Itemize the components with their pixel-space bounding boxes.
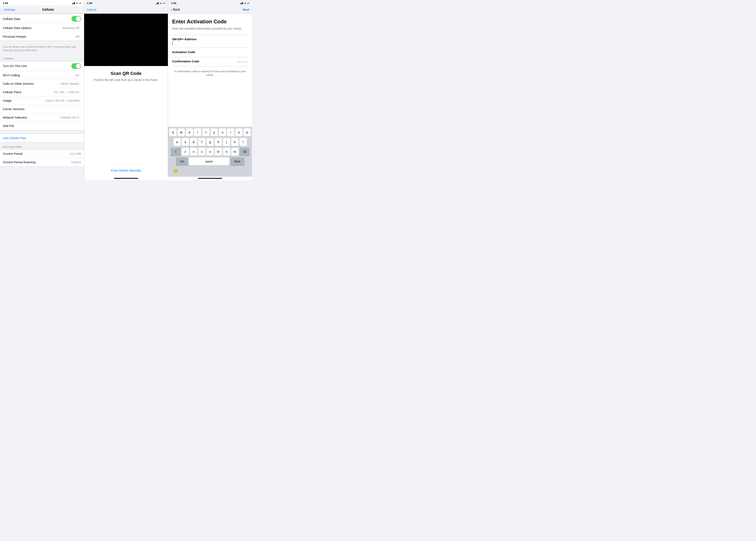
confirmation-code-field[interactable]: Confirmation Code Optional [172, 57, 248, 66]
back-label-3: Back [173, 8, 180, 11]
key-q[interactable]: q [169, 128, 177, 137]
nav-bar-2: Cancel [84, 6, 168, 14]
space-key[interactable]: space [189, 157, 229, 166]
usage-row[interactable]: Usage Used 2.89 GB - Unlimited › [0, 96, 84, 105]
turn-on-line-toggle[interactable] [71, 63, 81, 69]
key-r[interactable]: r [194, 128, 201, 137]
calls-other-devices-row[interactable]: Calls on Other Devices When Nearby › [0, 80, 84, 88]
key-h[interactable]: h [215, 138, 222, 146]
key-i[interactable]: i [227, 128, 234, 137]
usage-value: Used 2.89 GB - Unlimited › [45, 99, 81, 102]
status-bar-2: 1:34 ▲ ▭ [84, 0, 168, 6]
numbers-key[interactable]: 123 [176, 157, 188, 166]
time-1: 1:34 [3, 2, 8, 5]
enter-details-manually-link[interactable]: Enter Details Manually [111, 169, 141, 172]
cellular-data-toggle[interactable] [71, 16, 81, 22]
key-n[interactable]: n [223, 148, 230, 156]
calls-other-value: When Nearby › [61, 82, 81, 85]
signal-icon-2 [156, 2, 159, 4]
nav-bar-3: ‹ Back Next [168, 6, 252, 14]
wifi-icon-2: ▲ [160, 2, 162, 4]
key-f[interactable]: f [198, 138, 206, 146]
carrier-services-row[interactable]: Carrier Services › [0, 105, 84, 113]
calls-other-label: Calls on Other Devices [3, 82, 34, 85]
keyboard-bottom-row: 123 space Next [169, 157, 252, 166]
time-3: 1:34 [171, 2, 176, 5]
signal-icon-1 [72, 2, 75, 4]
key-a[interactable]: a [174, 138, 181, 146]
turn-on-line-row[interactable]: Turn On This Line [0, 61, 84, 71]
scan-qr-title: Scan QR Code [111, 71, 142, 76]
add-cellular-plan-row[interactable]: Add Cellular Plan [0, 134, 84, 143]
key-e[interactable]: e [186, 128, 193, 137]
key-c[interactable]: c [198, 148, 206, 156]
status-icons-2: ▲ ▭ [156, 2, 165, 4]
chevron-right-icon-5: › [80, 90, 81, 94]
key-l[interactable]: l [240, 138, 247, 146]
key-x[interactable]: x [190, 148, 197, 156]
wifi-calling-value: On › [75, 74, 81, 77]
key-y[interactable]: y [211, 128, 218, 137]
current-period-row[interactable]: Current Period 21.3 MB [0, 150, 84, 158]
smdp-address-input[interactable] [172, 42, 248, 45]
key-o[interactable]: o [235, 128, 243, 137]
home-indicator-2 [114, 178, 138, 179]
battery-icon-3: ▭ [247, 2, 249, 4]
chevron-right-icon-2: › [80, 35, 81, 38]
personal-hotspot-row[interactable]: Personal Hotspot Off › [0, 32, 84, 41]
text-cursor [172, 42, 173, 45]
key-d[interactable]: d [190, 138, 197, 146]
settings-back-button[interactable]: ‹ Settings [3, 8, 15, 11]
key-s[interactable]: s [182, 138, 189, 146]
activation-subtitle: Enter the activation information provide… [172, 27, 248, 31]
key-j[interactable]: j [223, 138, 230, 146]
key-z[interactable]: z [182, 148, 189, 156]
current-period-roaming-label: Current Period Roaming [3, 161, 35, 164]
keyboard-emoji-row: 🙂 [169, 166, 252, 176]
keyboard-row-2: a s d f g h j k l [169, 138, 252, 146]
wifi-calling-row[interactable]: Wi-Fi Calling On › [0, 71, 84, 80]
scan-qr-subtitle: Position the QR code from your carrier i… [94, 78, 158, 82]
personal-hotspot-value: Off › [75, 35, 81, 38]
cancel-button[interactable]: Cancel [87, 8, 96, 11]
status-bar-1: 1:34 ▲ ▭ [0, 0, 84, 6]
key-p[interactable]: p [244, 128, 251, 137]
sim-pin-row[interactable]: SIM PIN › [0, 122, 84, 130]
key-k[interactable]: k [231, 138, 239, 146]
keyboard-row-1: q w e r t y u i o p [169, 128, 252, 137]
next-button[interactable]: Next [243, 8, 249, 11]
wifi-icon-3: ▲ [244, 2, 246, 4]
cellular-data-group: Cellular Data Cellular Data Options Roam… [0, 14, 84, 41]
tmobile-section-header: T-MOBILE [0, 54, 84, 61]
shift-key[interactable]: ⇧ [171, 148, 181, 156]
key-g[interactable]: g [207, 138, 214, 146]
cellular-data-options-row[interactable]: Cellular Data Options Roaming Off › [0, 24, 84, 32]
cellular-plans-row[interactable]: Cellular Plans SC UNL + 7GB HS › [0, 88, 84, 96]
cellular-data-row[interactable]: Cellular Data [0, 14, 84, 24]
key-m[interactable]: m [231, 148, 239, 156]
status-icons-1: ▲ ▭ [72, 2, 81, 4]
chevron-left-icon: ‹ [3, 8, 4, 11]
key-w[interactable]: w [178, 128, 185, 137]
delete-key[interactable]: ⌫ [240, 148, 250, 156]
activation-code-label: Activation Code [172, 50, 248, 54]
keyboard-next-key[interactable]: Next [230, 157, 244, 166]
time-2: 1:34 [87, 2, 92, 5]
activation-code-field[interactable]: Activation Code [172, 48, 248, 57]
battery-icon-1: ▭ [79, 2, 81, 4]
confirmation-code-placeholder: Optional [237, 60, 248, 63]
current-period-roaming-row[interactable]: Current Period Roaming 0 bytes [0, 158, 84, 167]
key-t[interactable]: t [202, 128, 210, 137]
back-button-3[interactable]: ‹ Back [171, 8, 180, 11]
current-period-value: 21.3 MB [70, 152, 81, 155]
network-selection-row[interactable]: Network Selection T-Mobile Wi-Fi › [0, 113, 84, 122]
cellular-settings-panel: 1:34 ▲ ▭ ‹ Settings Cellular Cellular Da… [0, 0, 84, 180]
chevron-right-icon-3: › [80, 74, 81, 77]
tmobile-group: Turn On This Line Wi-Fi Calling On › Cal… [0, 61, 84, 131]
key-u[interactable]: u [219, 128, 226, 137]
emoji-key[interactable]: 🙂 [172, 167, 180, 175]
key-v[interactable]: v [207, 148, 214, 156]
smdp-address-field[interactable]: SM-DP+ Address [172, 35, 248, 48]
key-b[interactable]: b [215, 148, 222, 156]
add-cellular-plan-link[interactable]: Add Cellular Plan [3, 136, 26, 140]
